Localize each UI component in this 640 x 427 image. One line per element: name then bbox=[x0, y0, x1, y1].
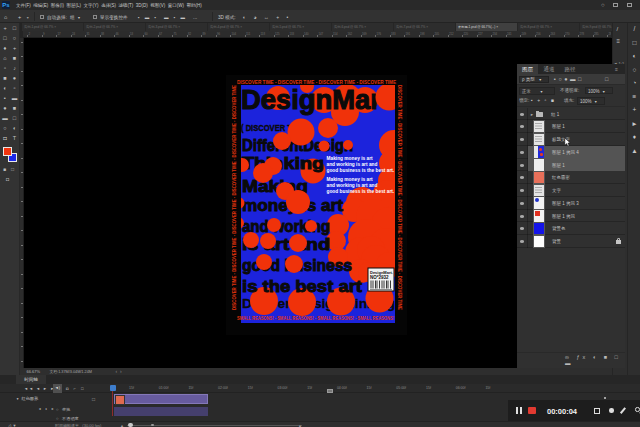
svg-text:is the best art: is the best art bbox=[242, 278, 363, 295]
svg-text:Making money is art: Making money is art bbox=[327, 177, 374, 182]
svg-text:NO*2932: NO*2932 bbox=[370, 275, 389, 280]
svg-text:and working is art and: and working is art and bbox=[327, 162, 378, 167]
svg-text:DISCOVER TIME - DISCOVER TIME: DISCOVER TIME - DISCOVER TIME - DISCOVER… bbox=[232, 84, 237, 310]
svg-text:and working is art and: and working is art and bbox=[327, 183, 378, 188]
svg-text:DISCOVER TIME - DISCOVER TIME: DISCOVER TIME - DISCOVER TIME - DISCOVER… bbox=[237, 80, 397, 85]
svg-text:good business is the best art.: good business is the best art. bbox=[327, 189, 395, 194]
svg-text:DesignMart: DesignMart bbox=[241, 84, 390, 115]
svg-text:Making money is art: Making money is art bbox=[327, 156, 374, 161]
svg-text:SMALL REASONS! - SMALL REASONS: SMALL REASONS! - SMALL REASONS! - SMALL … bbox=[237, 316, 394, 321]
svg-text:DISCOVER TIME - DISCOVER TIME: DISCOVER TIME - DISCOVER TIME - DISCOVER… bbox=[397, 85, 402, 311]
svg-text:good business is the best art.: good business is the best art. bbox=[327, 168, 395, 173]
